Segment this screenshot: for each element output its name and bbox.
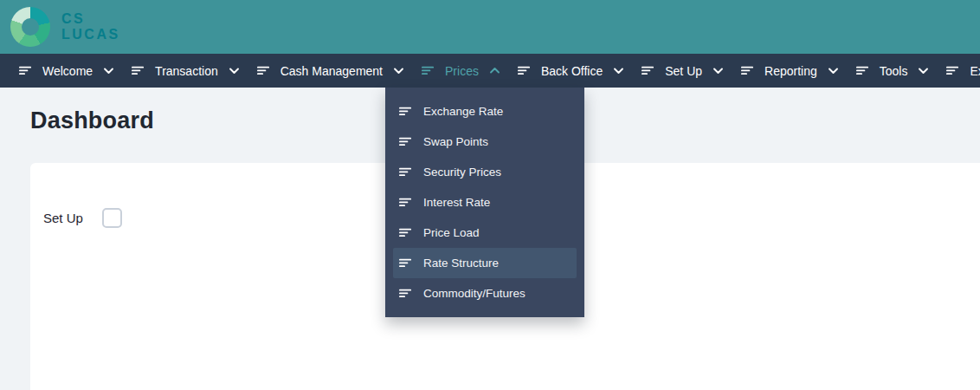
nav-item-prices[interactable]: Prices [422, 64, 500, 78]
menu-lines-icon [399, 105, 412, 118]
nav-item-set-up[interactable]: Set Up [642, 64, 724, 78]
menu-item-label: Swap Points [423, 135, 488, 148]
nav-item-label: Set Up [665, 64, 702, 78]
chevron-down-icon [918, 65, 929, 76]
nav-item-label: Prices [445, 64, 479, 78]
menu-item-label: Rate Structure [423, 257, 499, 270]
chevron-up-icon [489, 65, 500, 76]
menu-lines-icon [946, 64, 959, 77]
menu-lines-icon [399, 257, 412, 270]
menu-lines-icon [399, 196, 412, 209]
logo-line1: CS [61, 11, 120, 27]
setup-row: Set Up [43, 208, 122, 228]
menu-lines-icon [399, 135, 412, 148]
menu-item-swap-points[interactable]: Swap Points [393, 127, 577, 157]
nav-item-label: Transaction [155, 64, 218, 78]
menu-lines-icon [132, 64, 145, 77]
nav-item-label: Reporting [764, 64, 817, 78]
prices-dropdown-menu: Exchange Rate Swap Points Security Price… [385, 88, 584, 317]
menu-lines-icon [856, 64, 869, 77]
chevron-down-icon [103, 65, 114, 76]
menu-lines-icon [741, 64, 754, 77]
nav-item-reporting[interactable]: Reporting [741, 64, 839, 78]
logo-text: CS LUCAS [61, 11, 120, 43]
menu-lines-icon [399, 226, 412, 239]
nav-item-transaction[interactable]: Transaction [132, 64, 240, 78]
menu-item-security-prices[interactable]: Security Prices [393, 157, 577, 187]
nav-item-cash-management[interactable]: Cash Management [257, 64, 404, 78]
logo-line2: LUCAS [61, 27, 120, 42]
chevron-down-icon [712, 65, 724, 76]
setup-label: Set Up [43, 211, 83, 225]
menu-lines-icon [399, 287, 412, 300]
app-header: CS LUCAS [0, 0, 980, 54]
setup-checkbox[interactable] [102, 208, 122, 228]
nav-item-label: Tools [880, 64, 908, 78]
nav-item-label: Extension [970, 64, 980, 78]
chevron-down-icon [229, 65, 240, 76]
menu-lines-icon [19, 64, 32, 77]
menu-lines-icon [518, 64, 531, 77]
menu-item-commodity-futures[interactable]: Commodity/Futures [393, 278, 577, 309]
chevron-down-icon [613, 65, 624, 76]
nav-item-label: Cash Management [280, 64, 383, 78]
menu-lines-icon [399, 166, 412, 179]
menu-item-rate-structure[interactable]: Rate Structure [393, 248, 577, 278]
menu-item-label: Security Prices [423, 166, 501, 179]
menu-item-label: Price Load [423, 226, 480, 239]
nav-item-welcome[interactable]: Welcome [19, 64, 114, 78]
nav-item-extension[interactable]: Extension [946, 64, 980, 78]
menu-lines-icon [642, 64, 654, 77]
menu-lines-icon [422, 64, 435, 77]
page-title: Dashboard [30, 107, 154, 134]
menu-item-label: Exchange Rate [423, 105, 503, 118]
menu-item-label: Commodity/Futures [423, 287, 525, 300]
nav-item-label: Back Office [541, 64, 603, 78]
menu-item-price-load[interactable]: Price Load [393, 218, 577, 248]
nav-item-back-office[interactable]: Back Office [518, 64, 624, 78]
main-navbar: Welcome Transaction Cash Management Pric… [0, 54, 980, 88]
menu-item-label: Interest Rate [423, 196, 490, 209]
chevron-down-icon [393, 65, 404, 76]
nav-item-label: Welcome [42, 64, 93, 78]
cs-lucas-logo[interactable]: CS LUCAS [10, 7, 120, 47]
menu-lines-icon [257, 64, 270, 77]
menu-item-interest-rate[interactable]: Interest Rate [393, 187, 577, 218]
chevron-down-icon [828, 65, 839, 76]
nav-item-tools[interactable]: Tools [856, 64, 930, 78]
donut-logo-icon [10, 7, 50, 47]
menu-item-exchange-rate[interactable]: Exchange Rate [393, 96, 577, 127]
